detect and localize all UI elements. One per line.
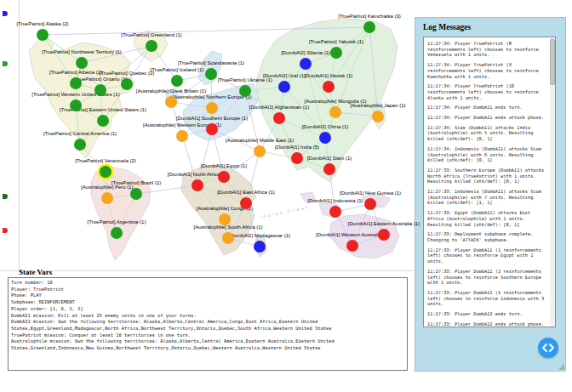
territory-node-mongolia[interactable] (329, 106, 341, 118)
territory-node-scandanavia[interactable] (205, 68, 217, 80)
state-var-line: Subphase: REINFORCEMENT (11, 299, 404, 306)
territory-node-new-guinea[interactable] (364, 198, 376, 210)
log-entry: 11:27:33: Player DumbAI1 (1 reinforcemen… (427, 247, 547, 264)
state-var-line: Turn number: 10 (11, 280, 404, 287)
log-entry: 11:27:33: Deployment subphase complete. … (427, 231, 547, 242)
territory-label: [Australophile] Japan (1) (350, 103, 405, 109)
code-chevrons-icon (542, 344, 554, 352)
territory-node-indonesia[interactable] (329, 206, 341, 218)
world-map: Indian Ocean [TruePatriot] Alaska (2)[Tr… (19, 0, 414, 270)
territory-label: [TruePatriot] Alaska (2) (16, 21, 68, 27)
territory-node-japan[interactable] (372, 111, 384, 122)
territory-label: [TruePatriot] Argentina (1) (88, 219, 146, 225)
log-entry: 11:27:34: Player DumbAI1 ends attack pha… (427, 115, 547, 121)
territory-node-china[interactable] (319, 132, 331, 144)
log-entry: 11:27:34: Player TruePatriot (10 reinfor… (427, 83, 547, 100)
territory-node-brazil[interactable] (130, 188, 142, 200)
territory-label: [DumbAI2] Madagascar (1) (229, 233, 290, 239)
territory-label: [Australophile] Middle East (1) (226, 138, 294, 144)
territory-node-quebec[interactable] (121, 78, 133, 90)
territory-node-madagascar[interactable] (254, 241, 266, 253)
territory-node-northwest-territory[interactable] (76, 57, 88, 69)
territory-node-alberta[interactable] (70, 77, 82, 89)
state-var-line: DumbAI1 mission: Kill at least 25 enemy … (11, 313, 404, 320)
territory-label: [Australophile] South Africa (1) (193, 224, 262, 230)
territory-label: [DumbAI1] India (5) (275, 145, 319, 151)
territory-node-northern-europe[interactable] (206, 102, 218, 114)
territory-node-east-africa[interactable] (240, 197, 252, 209)
log-entry: 11:27:33: Player DumbAI1 (2 reinforcemen… (427, 269, 547, 286)
log-entry: 11:27:33: Southern Europe (DumbAI1) atta… (427, 168, 547, 185)
log-entry: 11:27:34: Indonesia (DumbAI1) attacks Si… (427, 146, 547, 163)
territory-node-peru[interactable] (101, 192, 113, 204)
territory-label: [DumbAI1] Egypt (1) (201, 163, 247, 169)
state-var-line: TruePatriot mission: Conquer at least 10… (11, 332, 404, 339)
territory-node-eastern-united-states[interactable] (97, 115, 109, 127)
log-entry: 11:27:33: Egypt (DumbAI1) attacks East A… (427, 210, 547, 227)
territory-label: [DumbAI1] Siam (1) (307, 156, 352, 162)
territory-label: [TruePatriot] Venezuela (2) (75, 158, 135, 164)
territory-node-egypt[interactable] (218, 171, 230, 183)
territory-node-southern-europe[interactable] (206, 123, 218, 135)
log-entry: 11:27:33: Player DumbAI2 ends attack pha… (427, 321, 547, 327)
clipped-node-sliver (3, 228, 8, 233)
territory-label: [DumbAI2] Siberia (1) (281, 50, 330, 56)
territory-node-yakutsk[interactable] (330, 47, 342, 59)
territory-node-greenland[interactable] (146, 40, 157, 52)
territory-node-western-europe[interactable] (176, 130, 188, 142)
risk-game-window: Indian Ocean [TruePatriot] Alaska (2)[Tr… (0, 0, 572, 392)
territory-label: [TruePatriot] Brazil (1) (112, 180, 161, 186)
territory-label: [TruePatriot] Alberta (2) (49, 70, 102, 76)
state-var-line: Player order: [1, 0, 2, 3] (11, 306, 404, 313)
state-vars-box: Turn number: 10Player: TruePatriotPhase:… (8, 277, 408, 371)
territory-node-great-britain[interactable] (165, 96, 177, 108)
scrollbar-thumb[interactable] (550, 39, 555, 85)
territory-node-western-united-states[interactable] (70, 99, 82, 111)
territory-node-congo[interactable] (219, 213, 231, 225)
state-var-line: Player: TruePatriot (11, 287, 404, 293)
territory-nodes: [TruePatriot] Alaska (2)[TruePatriot] No… (20, 0, 414, 270)
territory-node-siam[interactable] (323, 163, 335, 175)
territory-label: [Australophile] Northern Europe (1) (172, 94, 251, 100)
territory-label: [DumbAI1] Indonesia (1) (307, 198, 363, 204)
territory-label: [DumbAI1] New Guinea (1) (340, 190, 401, 196)
territory-node-irkutsk[interactable] (323, 81, 335, 93)
territory-node-middle-east[interactable] (254, 145, 266, 157)
territory-label: [DumbAI2] Ural (1) (263, 73, 306, 79)
territory-label: [Australophile] Great Britain (1) (136, 88, 206, 94)
territory-node-kamchatka[interactable] (363, 21, 375, 33)
territory-label: [TruePatriot] Iceland (1) (151, 67, 204, 73)
territory-label: [TruePatriot] Yakutsk (1) (309, 39, 363, 45)
log-entry: 11:27:34: Player TruePatriot (9 reinforc… (427, 62, 547, 79)
territory-node-north-africa[interactable] (192, 179, 203, 191)
territory-node-iceland[interactable] (171, 75, 183, 87)
territory-node-central-america[interactable] (74, 139, 86, 151)
territory-label: [TruePatriot] Scandanavia (1) (178, 60, 244, 66)
territory-node-eastern-australia[interactable] (378, 229, 390, 241)
territory-node-south-africa[interactable] (222, 232, 234, 244)
territory-label: [TruePatriot] Central America (1) (43, 131, 117, 137)
resize-grip-icon[interactable] (558, 364, 564, 370)
log-entry: 11:27:34: Siam (DumbAI1) attacks India (… (427, 125, 547, 142)
log-scrollbar[interactable] (550, 37, 555, 327)
territory-node-alaska[interactable] (37, 29, 49, 41)
state-var-line: DumbAI2 mission: Own the following terri… (11, 319, 404, 332)
territory-node-afghanistan[interactable] (273, 112, 285, 124)
territory-node-siberia[interactable] (300, 58, 312, 70)
log-entry: 11:27:33: Indonesia (DumbAI1) attacks Si… (427, 189, 547, 206)
territory-node-ural[interactable] (278, 81, 290, 93)
log-panel: Log Messages 11:27:34: Player TruePatrio… (415, 17, 566, 372)
territory-node-argentina[interactable] (111, 227, 123, 239)
territory-label: [TruePatriot] Quebec (2) (100, 71, 154, 77)
territory-node-ontario[interactable] (94, 84, 106, 96)
state-var-line: Phase: PLAY (11, 293, 404, 299)
state-vars-title: State Vars (19, 268, 52, 276)
territory-node-venezuela[interactable] (100, 166, 112, 178)
territory-label: [DumbAI1] East Africa (1) (217, 190, 275, 196)
territory-node-western-australia[interactable] (346, 240, 358, 252)
territory-label: [TruePatriot] Northwest Territory (1) (42, 49, 122, 55)
log-messages-box[interactable]: 11:27:34: Player TruePatriot (8 reinforc… (423, 37, 556, 327)
territory-node-ukraine[interactable] (239, 85, 251, 97)
code-toggle-button[interactable] (538, 338, 558, 358)
territory-node-india[interactable] (291, 152, 303, 164)
